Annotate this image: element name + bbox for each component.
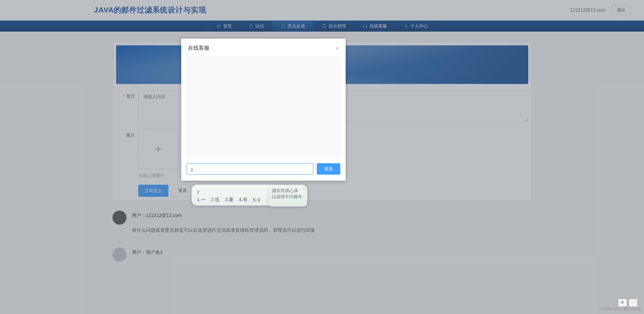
ime-candidate[interactable]: 3.要 — [225, 197, 234, 203]
ime-candidate[interactable]: 2.也 — [211, 197, 220, 203]
ime-candidate[interactable]: 4.有 — [239, 197, 248, 203]
ime-toggle-icon[interactable]: ⬚ — [629, 299, 637, 307]
ime-candidate[interactable]: 5.① — [253, 197, 261, 203]
chat-history[interactable] — [187, 56, 340, 157]
send-button[interactable]: 发送 — [317, 163, 340, 175]
chat-input[interactable] — [187, 163, 313, 175]
lang-indicator: 中 ⬚ — [618, 299, 637, 307]
ime-candidate[interactable]: 1.一 — [197, 197, 206, 203]
ime-skin-tip: × 愿你所愿心满 以容得不问修年 — [268, 186, 307, 207]
close-icon[interactable]: × — [303, 187, 305, 192]
ime-typing: y — [197, 188, 200, 194]
close-icon[interactable]: × — [335, 45, 339, 51]
watermark: CSDN @小 蔡coding — [600, 306, 641, 312]
lang-box[interactable]: 中 — [618, 299, 627, 307]
chat-modal: 在线客服 × 发送 — [181, 39, 346, 181]
modal-title: 在线客服 — [188, 45, 209, 52]
